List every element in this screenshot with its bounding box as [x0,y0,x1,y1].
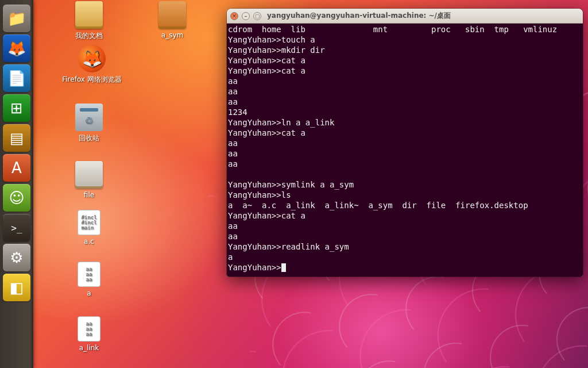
minimize-button[interactable]: – [242,12,250,20]
window-titlebar[interactable]: ✕ – ▢ yangyuhan@yangyuhan-virtual-machin… [227,9,583,24]
desktop-file[interactable]: file [63,161,115,199]
launcher-calc-icon[interactable]: ⊞ [3,94,30,122]
terminal-window: ✕ – ▢ yangyuhan@yangyuhan-virtual-machin… [227,9,583,277]
launcher-chat-icon[interactable]: ☺ [3,184,30,212]
unity-launcher: 📁 🦊 📄 ⊞ ▤ A ☺ >_ ⚙ ◧ [0,0,33,368]
trash-icon [75,103,103,131]
desktop-a-link[interactable]: aaaaaa a_link [63,316,115,352]
window-title: yangyuhan@yangyuhan-virtual-machine: ~/桌… [267,11,579,21]
textfile-icon: aaaaaa [78,262,100,287]
desktop-label: 我的文档 [75,31,103,41]
launcher-firefox-icon[interactable]: 🦊 [3,34,30,62]
firefox-icon: 🦊 [78,45,106,72]
desktop-label: a_sym [161,31,183,39]
desktop-label: file [84,191,94,199]
desktop-a[interactable]: aaaaaa a [63,262,115,297]
launcher-settings-icon[interactable]: ⚙ [3,244,30,271]
folder-icon [75,161,103,189]
launcher-software-icon[interactable]: A [3,154,30,182]
textfile-icon: #incl #incl main [78,210,100,235]
desktop-label: a [87,289,91,297]
launcher-writer-icon[interactable]: 📄 [3,64,30,92]
desktop-firefox[interactable]: 🦊 Firefox 网络浏览器 [57,45,126,85]
desktop-label: a.c [84,237,94,246]
launcher-terminal-icon[interactable]: >_ [3,214,30,241]
desktop-label: 回收站 [79,133,99,143]
launcher-screenshot-icon[interactable]: ◧ [3,274,30,301]
textfile-icon: aaaaaa [78,316,100,342]
launcher-impress-icon[interactable]: ▤ [3,124,30,152]
desktop-label: a_link [79,344,99,352]
maximize-button[interactable]: ▢ [253,12,261,20]
desktop-a-c[interactable]: #incl #incl main a.c [63,210,115,246]
terminal-output[interactable]: cdrom home lib mnt proc sbin tmp vmlinuz… [227,24,583,277]
launcher-files-icon[interactable]: 📁 [3,5,30,32]
terminal-cursor [281,263,286,272]
desktop-mydocs[interactable]: 我的文档 [63,1,115,41]
desktop-a-sym[interactable]: a_sym [146,1,198,39]
desktop-label: Firefox 网络浏览器 [62,75,122,85]
desktop-trash[interactable]: 回收站 [63,103,115,143]
folder-icon [158,1,186,29]
close-button[interactable]: ✕ [230,12,238,20]
folder-icon [75,1,103,29]
